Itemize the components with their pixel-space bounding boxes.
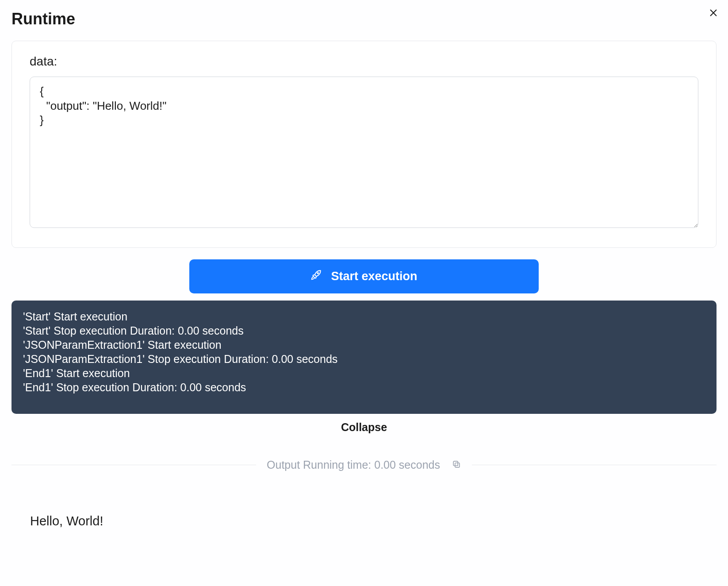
divider-line-right — [472, 465, 717, 465]
start-execution-label: Start execution — [331, 270, 417, 283]
svg-rect-2 — [453, 461, 458, 466]
input-panel: data: — [11, 41, 717, 248]
output-text: Hello, World! — [11, 514, 717, 528]
output-running-time-label: Output Running time: 0.00 seconds — [267, 459, 440, 471]
copy-output-button[interactable] — [452, 459, 461, 470]
page-title: Runtime — [11, 10, 75, 28]
divider-line-left — [11, 465, 256, 465]
output-divider: Output Running time: 0.00 seconds — [11, 459, 717, 471]
close-button[interactable] — [709, 8, 718, 19]
rocket-icon — [310, 269, 322, 284]
collapse-button[interactable]: Collapse — [341, 421, 387, 434]
copy-icon — [452, 459, 461, 470]
close-icon — [709, 8, 718, 19]
svg-point-0 — [318, 273, 319, 274]
svg-rect-1 — [455, 463, 460, 467]
data-textarea[interactable] — [30, 77, 698, 228]
start-execution-button[interactable]: Start execution — [189, 259, 539, 293]
execution-log: 'Start' Start execution 'Start' Stop exe… — [11, 301, 717, 414]
data-label: data: — [30, 54, 698, 69]
